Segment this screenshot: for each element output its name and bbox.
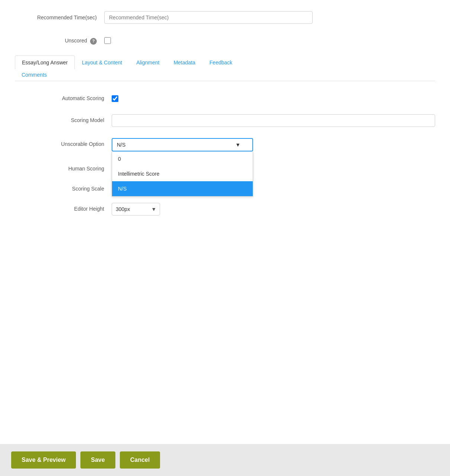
scoring-scale-label: Scoring Scale: [15, 183, 112, 192]
tab-essay[interactable]: Essay/Long Answer: [15, 55, 75, 69]
editor-height-label: Editor Height: [15, 203, 112, 212]
unscorable-dropdown-list: 0 Intellimetric Score N/S: [112, 151, 253, 197]
recommended-time-control: [104, 11, 313, 24]
unscorable-dropdown-container: N/S ▼ 0 Intellimetric Score N/S: [112, 138, 253, 151]
scoring-model-row: Scoring Model TVMSP: [15, 114, 435, 127]
editor-height-control: 300px 400px 500px 600px ▼: [112, 203, 435, 215]
unscorable-option-control: N/S ▼ 0 Intellimetric Score N/S: [112, 138, 435, 151]
recommended-time-label: Recommended Time(sec): [15, 11, 104, 22]
dropdown-item-0[interactable]: 0: [112, 151, 253, 166]
editor-height-select[interactable]: 300px 400px 500px 600px: [112, 203, 160, 215]
tabs-row: Essay/Long Answer Layout & Content Align…: [15, 55, 435, 69]
recommended-time-row: Recommended Time(sec): [15, 11, 435, 24]
automatic-scoring-control: [112, 92, 435, 103]
save-button[interactable]: Save: [80, 451, 115, 469]
unscored-checkbox[interactable]: [104, 37, 111, 44]
cancel-button[interactable]: Cancel: [120, 451, 160, 469]
editor-height-wrapper: 300px 400px 500px 600px ▼: [112, 203, 160, 215]
human-scoring-label: Human Scoring: [15, 163, 112, 172]
dropdown-item-intellimetric[interactable]: Intellimetric Score: [112, 166, 253, 181]
unscorable-option-row: Unscorable Option N/S ▼ 0 Intellimetric …: [15, 138, 435, 151]
help-icon[interactable]: ?: [90, 38, 97, 45]
tab-layout[interactable]: Layout & Content: [75, 55, 129, 69]
dropdown-item-ns[interactable]: N/S: [112, 181, 253, 196]
chevron-down-icon: ▼: [235, 142, 240, 148]
unscored-control: [104, 34, 313, 45]
tab-alignment[interactable]: Alignment: [129, 55, 166, 69]
unscored-label: Unscored ?: [15, 34, 104, 45]
unscorable-option-label: Unscorable Option: [15, 138, 112, 147]
footer-bar: Save & Preview Save Cancel: [0, 444, 450, 476]
editor-height-row: Editor Height 300px 400px 500px 600px ▼: [15, 203, 435, 215]
recommended-time-input[interactable]: [104, 11, 313, 24]
tab-metadata[interactable]: Metadata: [166, 55, 202, 69]
scoring-model-control: TVMSP: [112, 114, 435, 127]
scoring-model-label: Scoring Model: [15, 114, 112, 123]
scoring-model-input[interactable]: TVMSP: [112, 114, 435, 127]
tab-feedback[interactable]: Feedback: [202, 55, 239, 69]
unscored-row: Unscored ?: [15, 34, 435, 45]
automatic-scoring-checkbox[interactable]: [112, 95, 118, 102]
unscorable-selected-value: N/S: [117, 142, 125, 148]
save-preview-button[interactable]: Save & Preview: [11, 451, 76, 469]
automatic-scoring-label: Automatic Scoring: [15, 92, 112, 101]
unscorable-dropdown-trigger[interactable]: N/S ▼: [112, 138, 253, 151]
automatic-scoring-row: Automatic Scoring: [15, 92, 435, 103]
tabs-container: Essay/Long Answer Layout & Content Align…: [15, 55, 435, 81]
tab-comments[interactable]: Comments: [15, 69, 435, 81]
